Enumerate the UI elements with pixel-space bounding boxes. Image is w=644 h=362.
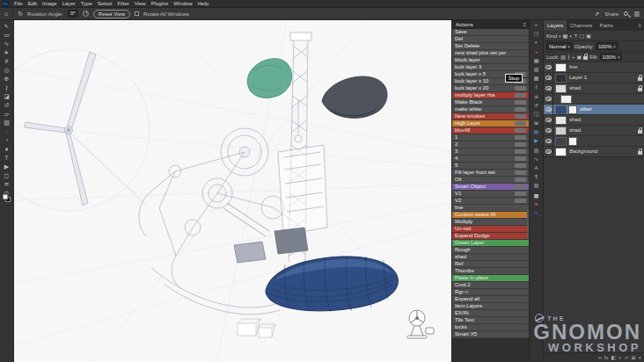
layer-thumbnail[interactable]	[555, 105, 567, 114]
layer-row[interactable]: shad	[544, 115, 644, 126]
share-button[interactable]: Share	[604, 11, 618, 17]
menu-type[interactable]: Type	[78, 0, 95, 7]
action-shortcut-chip[interactable]	[515, 163, 526, 168]
action-shortcut-chip[interactable]	[515, 170, 526, 175]
action-button[interactable]: blu+fill	[452, 127, 529, 134]
layer-thumbnail[interactable]	[555, 63, 567, 72]
menu-layer[interactable]: Layer	[60, 0, 78, 7]
gradients-icon[interactable]: ▨	[534, 67, 539, 73]
paths-icon[interactable]: ∿	[534, 156, 538, 163]
tab-layers[interactable]: Layers	[544, 20, 567, 31]
menu-image[interactable]: Image	[40, 0, 60, 7]
dodge-tool[interactable]: ◔	[4, 137, 8, 144]
history-icon[interactable]: ↺	[534, 103, 538, 109]
layer-comps-icon[interactable]: ▧	[534, 183, 539, 189]
action-shortcut-chip[interactable]	[515, 128, 526, 133]
action-button[interactable]: locks	[452, 324, 529, 331]
crop-tool[interactable]: #	[5, 58, 9, 65]
layer-thumbnail[interactable]	[555, 84, 567, 93]
action-button[interactable]: lock layer 3	[452, 64, 529, 71]
layer-mask-thumbnail[interactable]	[568, 105, 577, 114]
character-icon[interactable]: A	[534, 165, 538, 171]
layer-row[interactable]: line	[544, 62, 644, 73]
channels-icon[interactable]: ▥	[534, 148, 539, 154]
visibility-cell[interactable]	[544, 62, 553, 73]
opacity-input[interactable]: 100%▾	[596, 42, 618, 50]
adjustment-layer-icon[interactable]: ◐	[618, 353, 622, 362]
action-button[interactable]: Set Delete	[452, 43, 529, 50]
action-button[interactable]: new shad plus set per	[452, 50, 529, 57]
lock-transparency-icon[interactable]: ▨	[560, 54, 566, 60]
action-button[interactable]: Fill layer from set	[452, 170, 529, 177]
rotate-all-windows-checkbox[interactable]	[135, 11, 139, 16]
brush-settings-icon[interactable]: ≌	[534, 94, 538, 100]
visibility-cell[interactable]	[544, 115, 553, 126]
reset-view-button[interactable]: Reset View	[93, 10, 130, 18]
menu-edit[interactable]: Edit	[26, 0, 40, 7]
search-icon[interactable]	[624, 11, 628, 16]
background-color-swatch[interactable]: ■	[535, 210, 538, 216]
lock-artboard-icon[interactable]: ▣	[577, 54, 582, 60]
action-shortcut-chip[interactable]	[515, 121, 526, 126]
color-swatches[interactable]	[3, 194, 11, 202]
action-shortcut-chip[interactable]	[515, 86, 526, 90]
layer-thumbnail[interactable]	[555, 148, 567, 156]
layer-mask-thumbnail[interactable]	[568, 137, 577, 146]
paragraph-icon[interactable]: ¶	[535, 174, 538, 180]
menu-file[interactable]: File	[11, 0, 26, 7]
action-button[interactable]: 3	[452, 148, 529, 156]
pen-tool[interactable]: ♦	[5, 146, 9, 153]
action-shortcut-chip[interactable]	[515, 142, 526, 147]
visibility-cell[interactable]	[544, 136, 553, 147]
layer-thumbnail[interactable]	[555, 74, 567, 83]
brushes-icon[interactable]: ∤	[535, 84, 538, 90]
collapse-dock-icon[interactable]: «	[535, 22, 538, 28]
action-button[interactable]: 1	[452, 134, 529, 141]
filter-shape-icon[interactable]: ▢	[580, 33, 585, 39]
action-shortcut-chip[interactable]	[515, 135, 526, 140]
filter-adjustment-icon[interactable]: ◐	[569, 33, 573, 39]
action-button[interactable]: High Layer	[452, 120, 529, 127]
shape-tool[interactable]: ◻	[4, 172, 10, 179]
action-button[interactable]: V1	[452, 191, 529, 198]
action-button[interactable]: block layer	[452, 57, 529, 64]
action-button[interactable]: New smokes	[452, 113, 529, 120]
layer-row[interactable]: shad	[544, 126, 644, 136]
action-shortcut-chip[interactable]	[515, 100, 526, 105]
share-icon[interactable]: ⇗	[594, 9, 599, 19]
tab-paths[interactable]: Paths	[596, 20, 616, 31]
action-button[interactable]: Smart Object	[452, 184, 529, 191]
eyedropper-tool[interactable]: ◎	[4, 67, 9, 74]
action-shortcut-chip[interactable]	[515, 177, 526, 182]
foreground-color-swatch[interactable]: ■	[535, 201, 538, 207]
action-button[interactable]: Make Black	[452, 99, 529, 106]
new-group-icon[interactable]: ▱	[625, 353, 629, 362]
action-shortcut-chip[interactable]	[515, 149, 526, 154]
home-icon[interactable]: ⌂	[4, 9, 8, 19]
eraser-tool[interactable]: ▱	[4, 111, 9, 118]
lock-position-icon[interactable]: +	[572, 54, 575, 60]
action-button[interactable]: line	[452, 205, 529, 212]
visibility-cell[interactable]	[544, 83, 553, 94]
action-shortcut-chip[interactable]	[515, 93, 526, 98]
tab-channels[interactable]: Channels	[567, 20, 596, 31]
action-button[interactable]: Rough	[452, 247, 529, 254]
action-button[interactable]: Multiply	[452, 219, 529, 226]
menu-help[interactable]: Help	[195, 0, 211, 7]
action-button[interactable]: shad	[452, 254, 529, 261]
menu-select[interactable]: Select	[95, 0, 115, 7]
lock-pixels-icon[interactable]: ∤	[567, 54, 570, 60]
visibility-cell[interactable]	[544, 147, 553, 157]
swatches-icon[interactable]: ▦	[534, 58, 539, 64]
layer-row[interactable]: shad	[544, 83, 644, 94]
adjustments-icon[interactable]: ◐	[535, 40, 538, 46]
menu-view[interactable]: View	[132, 0, 149, 7]
filter-type-icon[interactable]: T	[574, 33, 578, 39]
clone-stamp-tool[interactable]: ◪	[4, 93, 10, 100]
action-button[interactable]: 2	[452, 141, 529, 148]
kind-dropdown[interactable]: Kind	[546, 33, 557, 39]
action-shortcut-chip[interactable]	[515, 192, 526, 196]
blend-mode-select[interactable]: Normal▾	[546, 42, 573, 50]
foreground-color-swatch[interactable]	[3, 194, 8, 199]
quick-select-tool[interactable]: ∗	[4, 49, 10, 56]
